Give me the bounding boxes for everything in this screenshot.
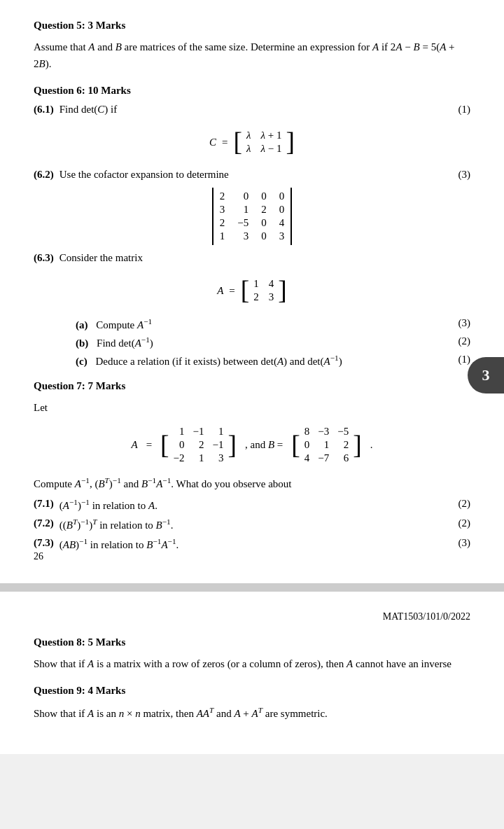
- subq-7-2-text: ((BT)−1)T in relation to B−1.: [59, 517, 174, 531]
- subq-6-2: (6.2) Use the cofactor expansion to dete…: [34, 169, 470, 181]
- c-bracket-right: ]: [286, 129, 295, 155]
- c-matrix-equation: C = [ λ λ + 1 λ λ − 1 ]: [209, 128, 295, 156]
- d13: 0: [261, 190, 267, 202]
- page-divider: [0, 583, 504, 592]
- q7b12: −3: [318, 426, 329, 438]
- q7-b-grid: 8 −3 −5 0 1 2 4 −7 6: [300, 424, 353, 466]
- subq-6-3-text: Consider the matrix: [59, 252, 143, 264]
- subb-label: (b): [76, 337, 88, 349]
- subq-6-1-marks: (1): [458, 104, 471, 116]
- subq-7-3-left: (7.3) (AB)−1 in relation to B−1A−1.: [34, 537, 178, 551]
- q7a11: 1: [174, 426, 185, 438]
- subq-7-2-left: (7.2) ((BT)−1)T in relation to B−1.: [34, 517, 174, 531]
- subq-7-3: (7.3) (AB)−1 in relation to B−1A−1. (3): [34, 537, 470, 551]
- d41: 1: [220, 230, 225, 242]
- subb-text: Find det(A−1): [97, 337, 153, 349]
- q7a12: −1: [193, 426, 204, 438]
- subq-6-3: (6.3) Consider the matrix: [34, 252, 470, 264]
- q7-matrices: A = [ 1 −1 1 0 2 −1 −2 1 3 ] , and B = [: [34, 424, 470, 466]
- q5-text: Assume that A and B are matrices of the …: [34, 39, 470, 72]
- suba-label: (a): [76, 319, 88, 330]
- det-4x4-grid: 2 0 0 0 3 1 2 0 2 −5 0 4 1 3 0 3: [216, 188, 288, 245]
- subq-7-1-left: (7.1) (A−1)−1 in relation to A.: [34, 498, 158, 512]
- det-bar-right: [290, 188, 292, 245]
- q7b13: −5: [337, 426, 349, 438]
- subq-7-3-text: (AB)−1 in relation to B−1A−1.: [59, 537, 179, 551]
- a-matrix-grid: 1 4 2 3: [249, 277, 278, 305]
- q7-let: Let: [34, 399, 470, 416]
- q8-header: Question 8: 5 Marks: [34, 636, 470, 648]
- a-bracket-left: [: [241, 277, 250, 304]
- question-6: Question 6: 10 Marks (6.1) Find det(C) i…: [34, 85, 470, 368]
- d14: 0: [279, 190, 285, 202]
- q7-b-bracket-right: ]: [353, 432, 362, 459]
- det-4x4-container: 2 0 0 0 3 1 2 0 2 −5 0 4 1 3 0 3: [34, 188, 470, 245]
- page2-ref: MAT1503/101/0/2022: [34, 611, 470, 622]
- q8-text: Show that if A is a matrix with a row of…: [34, 655, 470, 672]
- q7a21: 0: [174, 439, 185, 451]
- q7-a-bracket-left: [: [160, 432, 169, 459]
- suba-marks: (3): [458, 317, 471, 331]
- c-bracket-left: [: [234, 129, 243, 155]
- a-cell-22: 3: [269, 291, 274, 303]
- page-number: 26: [34, 551, 43, 562]
- subc-marks: (1): [458, 354, 471, 368]
- d22: 1: [237, 204, 248, 216]
- subq-7-1-text: (A−1)−1 in relation to A.: [59, 498, 158, 512]
- subq-6-1: (6.1) Find det(C) if (1): [34, 104, 470, 116]
- subb-marks: (2): [458, 335, 471, 349]
- subc-left: (c) Deduce a relation (if it exists) bet…: [76, 354, 342, 368]
- q7a32: 1: [193, 452, 204, 464]
- d23: 2: [261, 204, 267, 216]
- subq-7-2-marks: (2): [458, 517, 471, 529]
- a-bracket-right: ]: [278, 277, 287, 304]
- subq-7-1-label: (7.1): [34, 498, 54, 512]
- sub-abc-container: (a) Compute A−1 (3) (b) Find det(A−1) (2…: [34, 317, 470, 368]
- subc-text: Deduce a relation (if it exists) between…: [95, 356, 342, 367]
- q7b22: 1: [318, 439, 329, 451]
- q7b33: 6: [337, 452, 349, 464]
- d42: 3: [237, 230, 248, 242]
- q7b21: 0: [304, 439, 310, 451]
- a-cell-21: 2: [253, 291, 259, 303]
- subq-6-3-label: (6.3): [34, 252, 54, 264]
- q9-header: Question 9: 4 Marks: [34, 685, 470, 697]
- d32: −5: [237, 217, 248, 229]
- subq-7-2: (7.2) ((BT)−1)T in relation to B−1. (2): [34, 517, 470, 531]
- q5-header: Question 5: 3 Marks: [34, 20, 470, 32]
- q7a22: 2: [193, 439, 204, 451]
- q9-text: Show that if A is an n × n matrix, then …: [34, 704, 470, 722]
- subq-7-1: (7.1) (A−1)−1 in relation to A. (2): [34, 498, 470, 512]
- question-5: Question 5: 3 Marks Assume that A and B …: [34, 20, 470, 72]
- q7-a-bracket-right: ]: [228, 432, 237, 459]
- q7a23: −1: [213, 439, 224, 451]
- q7-b-matrix: [ 8 −3 −5 0 1 2 4 −7 6 ]: [291, 424, 361, 466]
- subq-6-2-label: (6.2): [34, 169, 54, 181]
- q7b31: 4: [304, 452, 310, 464]
- det-4x4-wrap: 2 0 0 0 3 1 2 0 2 −5 0 4 1 3 0 3: [210, 188, 294, 245]
- q7-comma: , and B =: [245, 439, 283, 451]
- c-matrix-container: C = [ λ λ + 1 λ λ − 1 ]: [34, 123, 470, 162]
- subq-6-2-text: Use the cofactor expansion to determine: [59, 169, 229, 181]
- d33: 0: [261, 217, 267, 229]
- subc-row: (c) Deduce a relation (if it exists) bet…: [76, 354, 470, 368]
- d34: 4: [279, 217, 285, 229]
- q7b32: −7: [318, 452, 329, 464]
- d24: 0: [279, 204, 285, 216]
- subq-6-1-left: (6.1) Find det(C) if: [34, 104, 117, 116]
- q7a33: 3: [213, 452, 224, 464]
- d12: 0: [237, 190, 248, 202]
- question-9: Question 9: 4 Marks Show that if A is an…: [34, 685, 470, 722]
- a-matrix-6-3: [ 1 4 2 3 ]: [241, 277, 287, 305]
- q7-a-grid: 1 −1 1 0 2 −1 −2 1 3: [169, 424, 228, 466]
- subq-7-1-marks: (2): [458, 498, 471, 510]
- q7-compute-text: Compute A−1, (BT)−1 and B−1A−1. What do …: [34, 474, 470, 492]
- subq-7-3-label: (7.3): [34, 537, 54, 551]
- subq-6-2-marks: (3): [458, 169, 471, 181]
- d43: 0: [261, 230, 267, 242]
- d44: 3: [279, 230, 285, 242]
- subb-row: (b) Find det(A−1) (2): [76, 335, 470, 349]
- subq-6-1-text: Find det(C) if: [59, 104, 118, 116]
- a-matrix-equation: A = [ 1 4 2 3 ]: [217, 277, 287, 305]
- subb-left: (b) Find det(A−1): [76, 335, 153, 349]
